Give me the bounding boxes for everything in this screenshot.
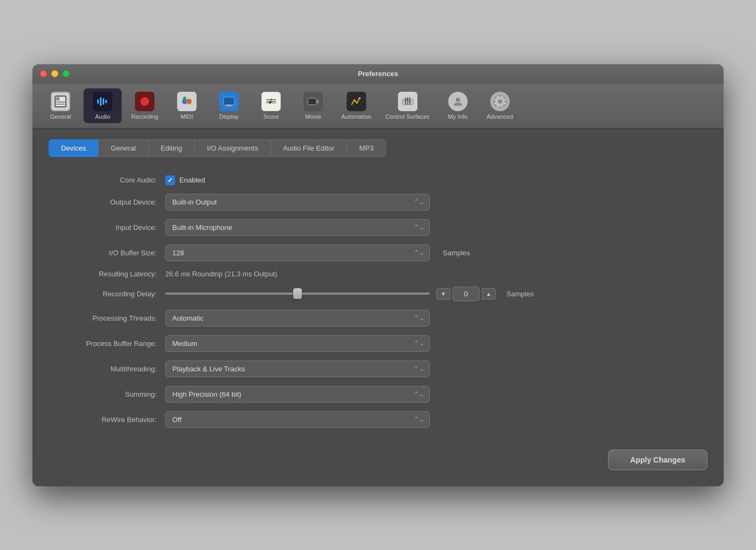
input-device-label: Input Device:	[49, 223, 157, 232]
core-audio-enabled-label: Enabled	[179, 176, 205, 184]
minimize-button[interactable]	[51, 70, 58, 77]
resulting-latency-label: Resulting Latency:	[49, 270, 157, 278]
toolbar-item-movie[interactable]: Movie	[294, 89, 333, 123]
svg-point-34	[498, 99, 502, 104]
tab-mp3[interactable]: MP3	[347, 139, 386, 157]
svg-point-18	[269, 101, 271, 104]
recording-delay-controls: ▼ 0 ▲ Samples	[165, 287, 534, 301]
devices-form: Core Audio: ✓ Enabled Output Device: Bui…	[49, 170, 707, 433]
summing-select-wrapper: High Precision (64 bit) Standard (32 bit…	[165, 386, 430, 403]
recording-delay-decrement[interactable]: ▼	[436, 288, 450, 300]
tab-bar: Devices General Editing I/O Assignments …	[49, 139, 707, 157]
tab-devices[interactable]: Devices	[49, 139, 98, 157]
multithreading-label: Multithreading:	[49, 365, 157, 373]
summing-select[interactable]: High Precision (64 bit) Standard (32 bit…	[165, 386, 430, 403]
svg-rect-20	[308, 98, 316, 105]
resulting-latency-row: Resulting Latency: 26.6 ms Roundtrip (21…	[49, 270, 707, 278]
toolbar-item-recording[interactable]: Recording	[125, 89, 164, 123]
apply-changes-button[interactable]: Apply Changes	[608, 450, 707, 470]
processing-threads-select[interactable]: Automatic 1 2 4 8	[165, 310, 430, 327]
recording-delay-increment[interactable]: ▲	[482, 288, 496, 300]
recording-delay-unit-label: Samples	[507, 290, 534, 298]
svg-rect-1	[56, 97, 59, 100]
svg-rect-37	[494, 101, 496, 102]
io-buffer-label: I/O Buffer Size:	[49, 249, 157, 257]
svg-rect-5	[100, 97, 102, 106]
automation-icon	[347, 92, 366, 111]
window-controls	[40, 70, 70, 77]
svg-rect-3	[56, 104, 65, 105]
output-device-select[interactable]: Built-in Output Speakers HDMI	[165, 194, 430, 211]
process-buffer-range-row: Process Buffer Range: Small Medium Large…	[49, 335, 707, 352]
tab-editing[interactable]: Editing	[148, 139, 195, 157]
tab-general[interactable]: General	[98, 139, 148, 157]
movie-label: Movie	[305, 113, 321, 120]
svg-rect-7	[105, 100, 107, 103]
recording-label: Recording	[131, 113, 158, 120]
multithreading-select-wrapper: Playback & Live Tracks All Tracks Off ⌃⌄	[165, 361, 430, 377]
summing-label: Summing:	[49, 390, 157, 398]
multithreading-select[interactable]: Playback & Live Tracks All Tracks Off	[165, 361, 430, 377]
toolbar-item-midi[interactable]: MIDI	[167, 89, 206, 123]
general-icon	[51, 92, 70, 111]
toolbar: General Audio Recording	[32, 84, 724, 128]
movie-icon	[303, 92, 323, 111]
output-device-select-wrapper: Built-in Output Speakers HDMI ⌃⌄	[165, 194, 430, 211]
input-device-select-wrapper: Built-in Microphone Line In USB Micropho…	[165, 219, 430, 236]
toolbar-item-advanced[interactable]: Advanced	[481, 89, 519, 123]
recording-delay-row: Recording Delay: ▼ 0 ▲ Samples	[49, 287, 707, 301]
output-device-label: Output Device:	[49, 198, 157, 206]
resulting-latency-value: 26.6 ms Roundtrip (21.3 ms Output)	[165, 270, 277, 278]
my-info-label: My Info	[448, 113, 468, 120]
recording-icon	[135, 92, 154, 111]
svg-rect-17	[266, 103, 276, 103]
recording-delay-value: 0	[453, 287, 480, 301]
midi-label: MIDI	[180, 113, 193, 120]
automation-label: Automation	[341, 113, 372, 120]
rewire-select[interactable]: Off On	[165, 411, 430, 428]
score-icon	[261, 92, 281, 111]
audio-label: Audio	[95, 113, 110, 120]
midi-icon	[177, 92, 197, 111]
core-audio-checkbox-wrapper: ✓ Enabled	[165, 175, 205, 185]
svg-rect-2	[56, 101, 65, 103]
svg-point-22	[353, 99, 355, 101]
svg-rect-6	[103, 98, 104, 105]
svg-rect-38	[504, 101, 507, 102]
input-device-row: Input Device: Built-in Microphone Line I…	[49, 219, 707, 236]
svg-point-31	[409, 100, 410, 102]
window-title: Preferences	[358, 70, 398, 78]
toolbar-item-display[interactable]: Display	[210, 89, 248, 123]
advanced-icon	[490, 92, 510, 111]
title-bar: Preferences	[32, 64, 724, 84]
input-device-select[interactable]: Built-in Microphone Line In USB Micropho…	[165, 219, 430, 236]
io-buffer-select[interactable]: 32 64 128 256 512 1024	[165, 245, 430, 261]
io-buffer-select-wrapper: 32 64 128 256 512 1024 ⌃⌄	[165, 245, 430, 261]
output-device-row: Output Device: Built-in Output Speakers …	[49, 194, 707, 211]
advanced-label: Advanced	[487, 113, 513, 120]
recording-delay-slider[interactable]	[165, 293, 430, 295]
toolbar-item-control-surfaces[interactable]: Control Surfaces	[380, 89, 435, 123]
tab-audio-file-editor[interactable]: Audio File Editor	[271, 139, 347, 157]
display-icon	[219, 92, 239, 111]
core-audio-label: Core Audio:	[49, 176, 157, 184]
toolbar-item-score[interactable]: Score	[252, 89, 291, 123]
process-buffer-range-select[interactable]: Small Medium Large	[165, 335, 430, 352]
toolbar-item-automation[interactable]: Automation	[336, 89, 377, 123]
maximize-button[interactable]	[63, 70, 70, 77]
recording-delay-number-group: ▼ 0 ▲	[436, 287, 496, 301]
toolbar-item-general[interactable]: General	[41, 89, 80, 123]
close-button[interactable]	[40, 70, 47, 77]
rewire-label: ReWire Behavior:	[49, 416, 157, 424]
toolbar-item-my-info[interactable]: My Info	[438, 89, 477, 123]
toolbar-item-audio[interactable]: Audio	[83, 88, 122, 124]
multithreading-row: Multithreading: Playback & Live Tracks A…	[49, 361, 707, 377]
svg-point-11	[183, 97, 186, 100]
svg-point-23	[356, 101, 358, 104]
svg-marker-21	[316, 99, 319, 104]
tab-io-assignments[interactable]: I/O Assignments	[194, 139, 271, 157]
general-label: General	[50, 113, 71, 120]
core-audio-checkbox[interactable]: ✓	[165, 175, 175, 185]
content-area: Devices General Editing I/O Assignments …	[32, 128, 724, 486]
svg-rect-4	[97, 99, 99, 104]
